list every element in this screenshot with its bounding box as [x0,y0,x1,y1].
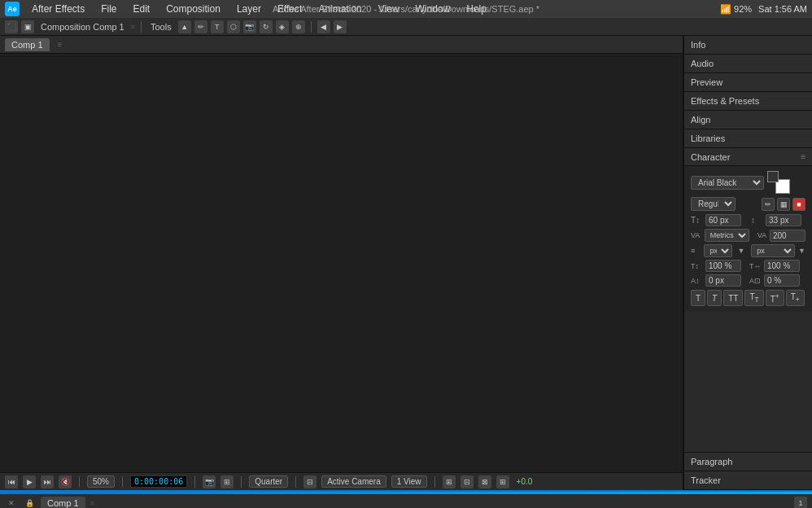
quality-select[interactable]: Quarter [249,475,288,488]
leading-label: ↕ [751,216,762,225]
baseline-label: A↕ [691,277,702,285]
preview-section: Preview [684,73,812,92]
wifi-status: 📶 92% [720,4,752,15]
character-title: Character [691,152,730,162]
toolbar-lock-btn[interactable]: ⬛ [5,20,18,33]
timeline-num-btn[interactable]: 1 [794,497,807,509]
baseline-row: A↕ A⊡ [691,274,805,287]
timeline-tab[interactable]: Comp 1 [41,497,85,509]
timeline-lock-btn[interactable]: 🔒 [23,497,36,509]
toolbar-comp-btn[interactable]: ▣ [21,20,34,33]
mute-btn[interactable]: 🔇 [59,475,72,488]
canvas-background [0,54,683,472]
effects-presets-header[interactable]: Effects & Presets [684,92,812,110]
preview-header[interactable]: Preview [684,73,812,91]
snapshot-btn[interactable]: 📷 [203,475,216,488]
bold-btn[interactable]: T [691,290,705,306]
playback-controls[interactable]: ⏮ [5,475,18,488]
font-style-row: Regular ✏ ▦ ■ [691,197,805,211]
kerning-label: VA [691,231,701,239]
menu-file[interactable]: File [97,2,120,16]
leading-input[interactable] [766,214,801,226]
font-size-label: T↕ [691,216,702,225]
menu-bar: Ae After Effects File Edit Composition L… [0,0,812,18]
tracking-input[interactable] [770,230,805,242]
allcaps-btn[interactable]: TT [723,290,743,306]
unit-icon: ≡ [691,247,701,255]
character-header: Character ≡ [684,148,812,166]
viewer-btn[interactable]: ⊞ [496,475,509,488]
menu-composition[interactable]: Composition [162,2,225,16]
grid-btn[interactable]: ⊞ [443,475,456,488]
tsume-input[interactable] [764,274,800,287]
font-family-select[interactable]: Arial Black [691,176,764,190]
window-title: Adobe After Effects 2020 - /Users/carlyc… [273,4,539,14]
kerning-select[interactable]: Metrics [705,229,749,242]
unit-select2[interactable]: px [751,244,795,257]
tsume-label: A⊡ [749,277,761,285]
paragraph-header[interactable]: Paragraph [684,453,812,471]
timecode-display[interactable]: 0:00:00:06 [130,475,187,488]
unit-row: ≡ px ▼ px ▼ [691,244,805,257]
camera-select[interactable]: Active Camera [321,475,386,488]
comp-view-header: Comp 1 ≡ [0,36,683,54]
nav-next-btn[interactable]: ▶ [334,20,347,33]
tools-label: Tools [147,22,175,32]
tool-pin[interactable]: ⊕ [292,20,305,33]
sub-btn[interactable]: T+ [786,290,805,306]
region-of-interest[interactable]: ⊟ [303,475,317,488]
libraries-section: Libraries [684,129,812,148]
tool-selection[interactable]: ▲ [178,20,191,33]
tracker-header[interactable]: Tracker [684,471,812,489]
tool-pen[interactable]: ✏ [194,20,207,33]
timeline-header: ✕ 🔒 Comp 1 ≡ 1 [0,494,812,508]
zoom-select[interactable]: 50% [87,475,115,488]
tool-rotate[interactable]: ↻ [260,20,273,33]
tool-text[interactable]: T [211,20,224,33]
baseline-input[interactable] [705,274,741,287]
color-style-btn[interactable]: ■ [792,198,805,211]
nav-prev-btn[interactable]: ◀ [317,20,330,33]
menu-edit[interactable]: Edit [129,2,154,16]
italic-btn[interactable]: T [707,290,722,306]
hscale-label: T↔ [749,262,761,270]
menu-after-effects[interactable]: After Effects [28,2,89,16]
menu-layer[interactable]: Layer [233,2,265,16]
view-select[interactable]: 1 View [391,475,427,488]
super-btn[interactable]: T+ [766,290,784,306]
info-section: Info [684,36,812,55]
tool-shape[interactable]: ⬡ [227,20,240,33]
libraries-header[interactable]: Libraries [684,129,812,147]
tool-camera[interactable]: 📷 [243,20,256,33]
audio-section: Audio [684,55,812,73]
stroke-color-swatch[interactable] [767,171,779,182]
timeline-area: ✕ 🔒 Comp 1 ≡ 1 0:00:00:06 🔍 ⊠ ◎ ◑ 📊 ℹ ■ … [0,490,812,508]
snap-btn[interactable]: ⊠ [478,475,491,488]
character-menu-icon[interactable]: ≡ [801,152,805,161]
smallcaps-btn[interactable]: TT [744,290,763,306]
right-panel: Info Audio Preview Effects & Presets Ali… [683,36,812,490]
comp-tab[interactable]: Comp 1 [5,38,50,51]
audio-header[interactable]: Audio [684,55,812,72]
tool-puppet[interactable]: ◈ [276,20,289,33]
composition-canvas [0,54,683,472]
tracking-label: VA [757,231,766,239]
stroke-style-btn[interactable]: ✏ [762,198,775,211]
show-channel-btn[interactable]: ⊞ [220,475,234,488]
play-btn[interactable]: ▶ [23,475,36,488]
scale-row: T↕ T↔ [691,260,805,272]
unit-select[interactable]: px [704,244,732,257]
playback-end[interactable]: ⏭ [41,475,54,488]
font-style-select[interactable]: Regular [691,197,736,211]
timeline-close-btn[interactable]: ✕ [5,497,18,509]
horizontal-scale-input[interactable] [764,260,800,272]
align-section: Align [684,111,812,129]
info-header[interactable]: Info [684,36,812,54]
vertical-scale-input[interactable] [705,260,741,272]
font-size-input[interactable] [705,214,741,226]
paragraph-section: Paragraph [684,453,812,471]
align-header[interactable]: Align [684,111,812,129]
guides-btn[interactable]: ⊟ [461,475,474,488]
font-size-row: T↕ ↕ [691,214,805,226]
fill-style-btn[interactable]: ▦ [777,198,790,211]
